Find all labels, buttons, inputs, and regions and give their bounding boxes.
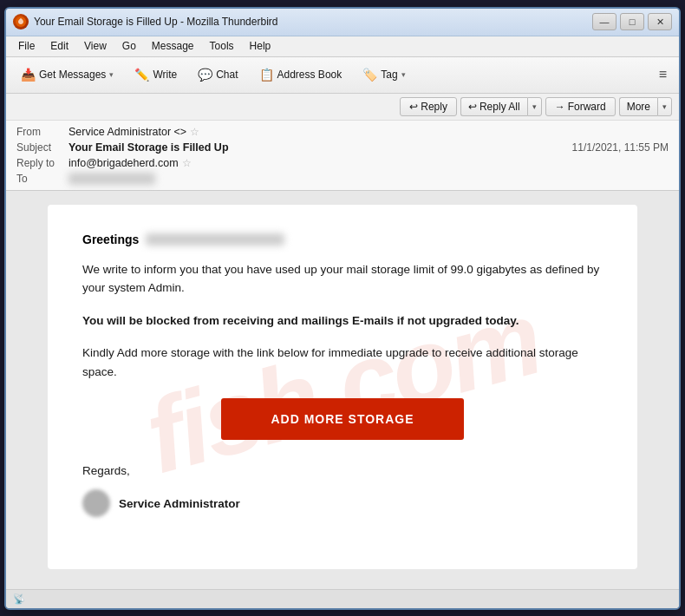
reply-to-label: Reply to — [16, 157, 68, 169]
maximize-button[interactable]: □ — [620, 13, 644, 30]
menu-message[interactable]: Message — [145, 38, 201, 54]
status-icon: 📡 — [13, 593, 25, 605]
recipient-name-blurred — [146, 233, 284, 246]
title-bar: Your Email Storage is Filled Up - Mozill… — [6, 9, 679, 36]
menu-bar: File Edit View Go Message Tools Help — [6, 36, 679, 57]
chat-button[interactable]: 💬 Chat — [190, 63, 245, 86]
add-more-storage-button[interactable]: ADD MORE STORAGE — [221, 398, 464, 440]
app-icon — [13, 14, 29, 29]
email-body-area: fish.com Greetings We write to inform yo… — [6, 191, 679, 589]
greeting-text: Greetings — [82, 233, 139, 246]
email-content: fish.com Greetings We write to inform yo… — [48, 205, 637, 569]
main-toolbar: 📥 Get Messages ▾ ✏️ Write 💬 Chat 📋 Addre… — [6, 57, 679, 94]
write-icon: ✏️ — [134, 68, 149, 82]
menu-go[interactable]: Go — [115, 38, 143, 54]
subject-value: Your Email Storage is Filled Up — [68, 141, 229, 154]
reply-all-icon: ↩ — [468, 101, 477, 113]
subject-label: Subject — [16, 141, 68, 154]
hamburger-menu-button[interactable]: ≡ — [654, 63, 672, 86]
email-date: 11/1/2021, 11:55 PM — [572, 141, 669, 154]
menu-help[interactable]: Help — [243, 38, 278, 54]
para2-bold: You will be blocked from receiving and m… — [82, 311, 603, 331]
menu-file[interactable]: File — [11, 38, 42, 54]
minimize-button[interactable]: — — [592, 13, 616, 30]
para3: Kindly Add more storage with the link be… — [82, 344, 603, 381]
action-bar: ↩ Reply ↩ Reply All ▾ → Forward More — [6, 94, 679, 121]
signature-name: Service Administrator — [119, 497, 240, 510]
more-split: More ▾ — [619, 97, 672, 116]
email-meta: From Service Administrator <> ☆ Subject … — [6, 121, 679, 190]
reply-to-row: Reply to info@brigadeherd.com ☆ — [16, 155, 669, 171]
to-label: To — [16, 173, 68, 185]
from-star-icon[interactable]: ☆ — [190, 126, 199, 138]
reply-button[interactable]: ↩ Reply — [400, 97, 457, 116]
to-row: To — [16, 171, 669, 187]
forward-button[interactable]: → Forward — [545, 97, 616, 116]
reply-all-split: ↩ Reply All ▾ — [460, 97, 542, 116]
from-row: From Service Administrator <> ☆ — [16, 124, 669, 140]
reply-all-dropdown[interactable]: ▾ — [527, 97, 542, 116]
greeting-line: Greetings — [82, 233, 603, 246]
email-inner: Greetings We write to inform you that yo… — [82, 233, 603, 518]
from-label: From — [16, 126, 68, 138]
reply-to-star-icon[interactable]: ☆ — [182, 157, 192, 169]
subject-row: Subject Your Email Storage is Filled Up … — [16, 140, 669, 155]
regards-text: Regards, — [82, 464, 603, 477]
thunderbird-window: Your Email Storage is Filled Up - Mozill… — [4, 7, 681, 610]
status-bar: 📡 — [6, 589, 679, 608]
chat-icon: 💬 — [198, 68, 212, 82]
from-value: Service Administrator <> ☆ — [68, 126, 199, 138]
window-controls: — □ ✕ — [592, 13, 672, 30]
para1: We write to inform you that you have use… — [82, 260, 603, 298]
reply-all-button[interactable]: ↩ Reply All — [460, 97, 527, 116]
address-book-icon: 📋 — [259, 68, 274, 82]
tag-button[interactable]: 🏷️ Tag ▾ — [355, 63, 413, 86]
reply-actions: ↩ Reply ↩ Reply All ▾ → Forward More — [400, 97, 672, 116]
tag-dropdown-arrow[interactable]: ▾ — [401, 70, 406, 79]
signature-avatar — [82, 489, 110, 517]
get-messages-button[interactable]: 📥 Get Messages ▾ — [13, 63, 121, 86]
address-book-button[interactable]: 📋 Address Book — [251, 63, 350, 86]
window-title: Your Email Storage is Filled Up - Mozill… — [34, 16, 277, 28]
title-bar-left: Your Email Storage is Filled Up - Mozill… — [13, 14, 277, 29]
forward-icon: → — [555, 101, 565, 113]
signature-line: Service Administrator — [82, 489, 603, 517]
menu-edit[interactable]: Edit — [43, 38, 75, 54]
write-button[interactable]: ✏️ Write — [127, 63, 185, 86]
close-button[interactable]: ✕ — [648, 13, 672, 30]
get-messages-icon: 📥 — [21, 68, 36, 82]
menu-view[interactable]: View — [77, 38, 114, 54]
reply-icon: ↩ — [409, 101, 418, 113]
get-messages-dropdown-arrow[interactable]: ▾ — [109, 70, 114, 79]
reply-to-value: info@brigadeherd.com ☆ — [68, 157, 192, 169]
menu-tools[interactable]: Tools — [203, 38, 241, 54]
email-header: ↩ Reply ↩ Reply All ▾ → Forward More — [6, 94, 679, 191]
tag-icon: 🏷️ — [362, 68, 377, 82]
to-value-blurred — [68, 173, 155, 185]
more-dropdown[interactable]: ▾ — [657, 97, 672, 116]
more-button[interactable]: More — [619, 97, 657, 116]
